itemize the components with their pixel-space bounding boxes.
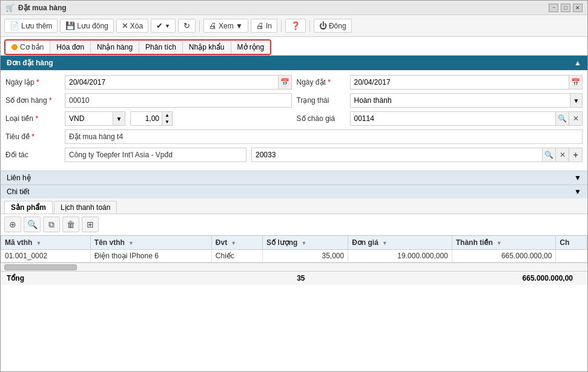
in-button[interactable]: 🖨 In bbox=[251, 19, 277, 33]
filter-don-gia-icon[interactable]: ▼ bbox=[382, 240, 388, 246]
loai-tien-rate-input[interactable] bbox=[131, 113, 162, 125]
loai-tien-dropdown: ▼ bbox=[65, 111, 125, 126]
spin-up-button[interactable]: ▲ bbox=[162, 112, 172, 119]
so-chao-gia-search-button[interactable]: 🔍 bbox=[555, 112, 569, 125]
chi-tiet-label: Chi tiết bbox=[7, 188, 30, 196]
tieu-de-input[interactable] bbox=[65, 129, 583, 144]
doi-tac-code-input[interactable] bbox=[252, 148, 542, 162]
lien-he-header[interactable]: Liên hệ ▼ bbox=[1, 171, 587, 184]
tab-mo-rong-label: Mở rộng bbox=[237, 43, 265, 51]
luu-dong-button[interactable]: 💾 Lưu đông bbox=[60, 19, 113, 33]
lien-he-section: Liên hệ ▼ bbox=[1, 171, 587, 184]
luu-them-icon: 📄 bbox=[10, 21, 19, 30]
filter-ma-vthh-icon[interactable]: ▼ bbox=[36, 240, 41, 246]
spin-down-button[interactable]: ▼ bbox=[162, 119, 172, 125]
tab-mo-rong[interactable]: Mở rộng bbox=[231, 41, 271, 54]
th-so-luong: Số lượng ▼ bbox=[263, 236, 348, 250]
so-don-hang-input[interactable] bbox=[65, 93, 292, 108]
filter-ten-vthh-icon[interactable]: ▼ bbox=[128, 240, 134, 246]
grid-button[interactable]: ⊞ bbox=[82, 217, 99, 232]
main-tabs-container: Cơ bản Hóa đơn Nhận hàng Phân tích Nhập … bbox=[1, 37, 587, 56]
filter-dvt-icon[interactable]: ▼ bbox=[231, 240, 236, 246]
filter-so-luong-icon[interactable]: ▼ bbox=[301, 240, 306, 246]
toolbar-sep-2 bbox=[281, 20, 282, 32]
help-button[interactable]: ❓ bbox=[285, 19, 306, 33]
trang-thai-arrow[interactable]: ▼ bbox=[570, 94, 582, 107]
sub-tab-lich-thanh-toan-label: Lịch thanh toán bbox=[61, 203, 110, 212]
check-button[interactable]: ✔ ▼ bbox=[151, 19, 176, 33]
xem-label: Xem ▼ bbox=[219, 22, 243, 30]
xoa-button[interactable]: ✕ Xóa bbox=[116, 19, 148, 33]
luu-them-label: Lưu thêm bbox=[21, 22, 52, 30]
window-title: Đặt mua hàng bbox=[18, 4, 67, 12]
search-row-button[interactable]: 🔍 bbox=[24, 217, 41, 232]
tab-nhap-khau[interactable]: Nhập khẩu bbox=[183, 41, 231, 54]
horizontal-scrollbar[interactable] bbox=[1, 263, 587, 271]
dong-label: Đông bbox=[329, 22, 346, 30]
doi-tac-add-button[interactable]: + bbox=[569, 148, 582, 162]
tabs-wrapper: Cơ bản Hóa đơn Nhận hàng Phân tích Nhập … bbox=[4, 39, 271, 55]
doi-tac-search-button[interactable]: 🔍 bbox=[542, 148, 555, 162]
trang-thai-group: Trạng thái ▼ bbox=[297, 93, 583, 108]
doi-tac-name-input[interactable] bbox=[65, 148, 246, 162]
cell-dvt: Chiếc bbox=[211, 250, 262, 263]
table-row[interactable]: 01.001_0002 Điện thoại IPhone 6 Chiếc 35… bbox=[1, 250, 587, 263]
cell-ch bbox=[556, 250, 587, 263]
so-chao-gia-clear-button[interactable]: ✕ bbox=[569, 112, 582, 125]
table-scroll-area[interactable]: Mã vthh ▼ Tên vthh ▼ Đvt ▼ Số lượng bbox=[1, 235, 587, 263]
sub-tab-san-pham-label: Sản phẩm bbox=[11, 203, 46, 212]
sub-tab-lich-thanh-toan[interactable]: Lịch thanh toán bbox=[54, 201, 117, 214]
trang-thai-input[interactable] bbox=[351, 94, 570, 106]
tab-dot-co-ban bbox=[12, 44, 18, 50]
tab-phan-tich[interactable]: Phân tích bbox=[139, 41, 183, 54]
window-icon: 🛒 bbox=[5, 4, 15, 12]
so-chao-gia-group: Số chào giá 🔍 ✕ bbox=[297, 111, 583, 126]
collapse-icon[interactable]: ▲ bbox=[574, 59, 581, 67]
tab-hoa-don-label: Hóa đơn bbox=[56, 43, 84, 51]
tab-co-ban-label: Cơ bản bbox=[20, 43, 44, 51]
ngay-lap-input[interactable] bbox=[65, 76, 278, 89]
ngay-dat-input[interactable] bbox=[351, 76, 569, 89]
trang-thai-dropdown: ▼ bbox=[350, 93, 583, 108]
so-don-hang-group: Số đơn hàng * bbox=[5, 93, 292, 108]
dong-button[interactable]: ⏻ Đông bbox=[314, 19, 352, 33]
ngay-dat-calendar-button[interactable]: 📅 bbox=[569, 76, 582, 89]
loai-tien-rate-spinner: ▲ ▼ bbox=[130, 111, 173, 126]
tab-hoa-don[interactable]: Hóa đơn bbox=[50, 41, 91, 54]
dong-icon: ⏻ bbox=[319, 21, 327, 30]
in-label: In bbox=[266, 22, 272, 30]
close-button[interactable]: ✕ bbox=[573, 4, 583, 12]
luu-them-button[interactable]: 📄 Lưu thêm bbox=[4, 19, 58, 33]
ngay-lap-calendar-button[interactable]: 📅 bbox=[278, 76, 291, 89]
doi-tac-clear-button[interactable]: ✕ bbox=[555, 148, 569, 162]
so-chao-gia-input[interactable] bbox=[351, 112, 556, 125]
loai-tien-label: Loại tiền * bbox=[5, 114, 60, 123]
xem-button[interactable]: 🖨 Xem ▼ bbox=[203, 19, 248, 33]
title-bar-controls: － □ ✕ bbox=[549, 4, 583, 12]
copy-row-button[interactable]: ⧉ bbox=[43, 217, 60, 232]
restore-button[interactable]: □ bbox=[561, 4, 570, 12]
tab-co-ban[interactable]: Cơ bản bbox=[5, 41, 50, 54]
tab-nhan-hang[interactable]: Nhận hàng bbox=[91, 41, 139, 54]
scrollbar-thumb[interactable] bbox=[4, 264, 77, 270]
th-ch: Ch bbox=[556, 236, 587, 250]
delete-row-button[interactable]: 🗑 bbox=[62, 217, 79, 232]
check-dropdown-icon: ▼ bbox=[165, 23, 170, 29]
sub-tab-san-pham[interactable]: Sản phẩm bbox=[4, 201, 53, 214]
lien-he-label: Liên hệ bbox=[7, 174, 31, 182]
minimize-button[interactable]: － bbox=[549, 4, 558, 12]
tieu-de-label: Tiêu đề * bbox=[5, 132, 60, 141]
ngay-lap-group: Ngày lập * 📅 bbox=[5, 75, 292, 90]
content-area: Đơn đặt hàng ▲ Ngày lập * 📅 bbox=[1, 56, 587, 371]
ngay-dat-group: Ngày đặt * 📅 bbox=[297, 75, 583, 90]
loai-tien-input[interactable] bbox=[65, 113, 113, 125]
add-row-button[interactable]: ⊕ bbox=[4, 217, 21, 232]
title-bar: 🛒 Đặt mua hàng － □ ✕ bbox=[1, 1, 587, 15]
xoa-icon: ✕ bbox=[122, 21, 128, 30]
loai-tien-arrow[interactable]: ▼ bbox=[113, 112, 125, 125]
tong-thanh-tien: 665.000.000,00 bbox=[482, 274, 573, 282]
form-row-2: Số đơn hàng * Trạng thái ▼ bbox=[5, 93, 583, 108]
refresh-button[interactable]: ↻ bbox=[178, 19, 196, 33]
filter-thanh-tien-icon[interactable]: ▼ bbox=[497, 240, 502, 246]
chi-tiet-header[interactable]: Chi tiết ▼ bbox=[1, 185, 587, 198]
